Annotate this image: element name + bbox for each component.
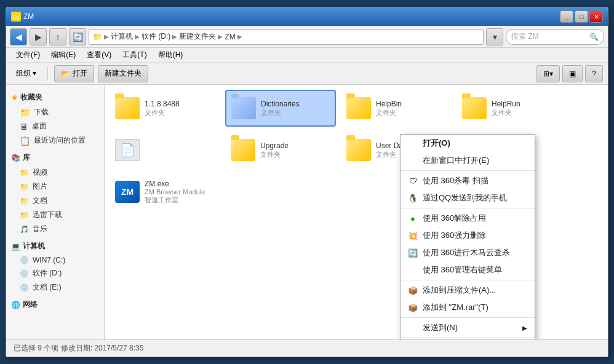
main-content: ★ 收藏夹 📁 下载 🖥 桌面 📋 最近访问的位置 📚 (6, 85, 608, 339)
sidebar-item-document[interactable]: 📁 文档 (6, 194, 104, 208)
trojan-icon: 🔄 (408, 248, 418, 258)
exe-thumbnail: ZM (115, 181, 140, 203)
ctx-360-force-delete[interactable]: 💥 使用 360强力删除 (401, 227, 535, 244)
sidebar-item-c-drive[interactable]: 💿 WIN7 (C:) (6, 254, 104, 266)
open-label: 打开 (73, 68, 87, 79)
sidebar-item-music[interactable]: 🎵 音乐 (6, 222, 104, 236)
network-section: 🌐 网络 (6, 297, 104, 312)
ctx-label: 打开(O) (423, 138, 450, 149)
folder-thumbnail (231, 139, 255, 161)
search-bar[interactable]: 搜索 ZM 🔍 (506, 29, 604, 45)
preview-pane[interactable]: ▣ (562, 65, 583, 82)
favorites-label: 收藏夹 (20, 92, 42, 103)
maximize-button[interactable]: □ (575, 10, 588, 23)
new-window-icon (408, 156, 418, 165)
ctx-open-new-window[interactable]: 在新窗口中打开(E) (401, 152, 535, 169)
help-button[interactable]: ? (585, 65, 603, 82)
sidebar-item-thunder[interactable]: 📁 迅雷下载 (6, 208, 104, 222)
forward-button[interactable]: ▶ (30, 28, 47, 46)
ctx-360-trojan[interactable]: 🔄 使用 360进行木马云查杀 (401, 244, 535, 261)
sidebar-item-recent[interactable]: 📋 最近访问的位置 (6, 133, 104, 148)
ctx-360-scan[interactable]: 🛡 使用 360杀毒 扫描 (401, 172, 535, 189)
network-label: 网络 (23, 299, 38, 310)
context-menu: 打开(O) 在新窗口中打开(E) 🛡 使用 360杀毒 扫描 🐧 通过QQ发送到… (400, 134, 535, 339)
star-icon: ★ (11, 93, 18, 102)
open-icon (408, 138, 418, 148)
folder-thumbnail (346, 139, 371, 161)
sidebar-item-label: 文档 (E:) (33, 282, 62, 293)
library-label: 库 (23, 152, 30, 163)
address-path[interactable]: 📁 ▶ 计算机 ▶ 软件 (D:) ▶ 新建文件夹 ▶ ZM ▶ (89, 29, 484, 45)
file-info: HelpRun 文件夹 (492, 100, 520, 117)
ctx-360-release[interactable]: ● 使用 360解除占用 (401, 210, 535, 227)
menu-help[interactable]: 帮助(H) (153, 49, 188, 61)
force-delete-icon: 💥 (408, 231, 418, 240)
folder-thumbnail (346, 97, 371, 119)
menu-tools[interactable]: 工具(T) (118, 49, 151, 61)
network-header: 🌐 网络 (6, 297, 104, 312)
file-item-zmexe[interactable]: ZM ZM.exe ZM Browser Module 智遨工作室 (110, 173, 220, 210)
ctx-divider (401, 170, 535, 171)
back-button[interactable]: ◀ (10, 28, 27, 46)
library-section: 📚 库 📁 视频 📁 图片 📁 文档 📁 迅雷下载 (6, 150, 104, 236)
ctx-qq-send[interactable]: 🐧 通过QQ发送到我的手机 (401, 189, 535, 207)
ctx-send-to[interactable]: 发送到(N) ▶ (401, 319, 535, 336)
sidebar-item-video[interactable]: 📁 视频 (6, 165, 104, 180)
manage-icon (408, 265, 418, 275)
sidebar-item-label: 音乐 (33, 224, 47, 234)
ctx-add-zip[interactable]: 📦 添加到压缩文件(A)... (401, 282, 535, 299)
refresh-button[interactable]: 🔄 (69, 28, 86, 46)
organize-button[interactable]: 组织 ▾ (11, 66, 41, 81)
sidebar-item-label: 迅雷下载 (33, 210, 62, 220)
sidebar: ★ 收藏夹 📁 下载 🖥 桌面 📋 最近访问的位置 📚 (6, 85, 105, 339)
send-icon (408, 323, 418, 333)
sidebar-item-d-drive[interactable]: 💿 软件 (D:) (6, 266, 104, 280)
file-item-helprun[interactable]: HelpRun 文件夹 (457, 90, 567, 127)
rar-icon: 📦 (408, 303, 418, 312)
file-item-dictionaries[interactable]: Dictionaries 文件夹 (225, 90, 336, 127)
folder-thumbnail (231, 97, 256, 119)
address-dropdown[interactable]: ▾ (486, 28, 503, 46)
new-folder-button[interactable]: 新建文件夹 (98, 65, 148, 82)
folder-thumbnail (115, 97, 140, 119)
menu-edit[interactable]: 编辑(E) (46, 49, 81, 61)
library-header: 📚 库 (6, 150, 104, 165)
file-info: Upgrade 文件夹 (260, 141, 289, 159)
open-button[interactable]: 📂 打开 (54, 65, 94, 82)
file-item-1[interactable]: 1.1.8.8488 文件夹 (110, 90, 220, 127)
sidebar-item-desktop[interactable]: 🖥 桌面 (6, 119, 104, 133)
folder-icon: 📁 (20, 168, 29, 177)
file-name: Upgrade (260, 141, 289, 150)
file-type: 文件夹 (492, 108, 520, 117)
folder-icon: 📁 (20, 108, 30, 117)
sidebar-item-label: 软件 (D:) (33, 268, 62, 279)
shield-icon: 🛡 (408, 176, 418, 186)
minimize-button[interactable]: _ (560, 10, 573, 23)
ctx-360-manage[interactable]: 使用 360管理右键菜单 (401, 261, 535, 279)
ctx-add-rar[interactable]: 📦 添加到 "ZM.rar"(T) (401, 299, 535, 316)
file-area: 1.1.8.8488 文件夹 Dictionaries 文件夹 (105, 85, 608, 339)
file-item-upgrade[interactable]: Upgrade 文件夹 (225, 132, 336, 168)
file-name: 1.1.8.8488 (145, 100, 180, 108)
menu-view[interactable]: 查看(V) (82, 49, 116, 61)
menu-file[interactable]: 文件(F) (11, 49, 45, 61)
sidebar-item-picture[interactable]: 📁 图片 (6, 180, 104, 194)
file-item-helpbin[interactable]: HelpBin 文件夹 (341, 90, 452, 127)
sidebar-item-e-drive[interactable]: 💿 文档 (E:) (6, 280, 104, 295)
toolbar-divider (47, 66, 48, 81)
ctx-open[interactable]: 打开(O) (401, 135, 535, 152)
sidebar-item-download[interactable]: 📁 下载 (6, 105, 104, 119)
up-button[interactable]: ↑ (49, 28, 66, 46)
ctx-label: 使用 360进行木马云查杀 (423, 247, 510, 258)
close-button[interactable]: ✕ (589, 10, 603, 23)
view-toggle[interactable]: ⊞▾ (536, 65, 560, 82)
menu-bar: 文件(F) 编辑(E) 查看(V) 工具(T) 帮助(H) (6, 48, 608, 63)
file-name: ZM.exe (145, 180, 205, 188)
computer-icon: 💻 (11, 242, 20, 251)
file-item-empty1[interactable]: 📄 (110, 132, 220, 168)
release-icon: ● (408, 213, 418, 223)
folder-icon: 📁 (20, 183, 29, 191)
file-type: 文件夹 (376, 108, 402, 117)
computer-header: 💻 计算机 (6, 239, 104, 254)
sidebar-item-label: 图片 (33, 181, 47, 192)
